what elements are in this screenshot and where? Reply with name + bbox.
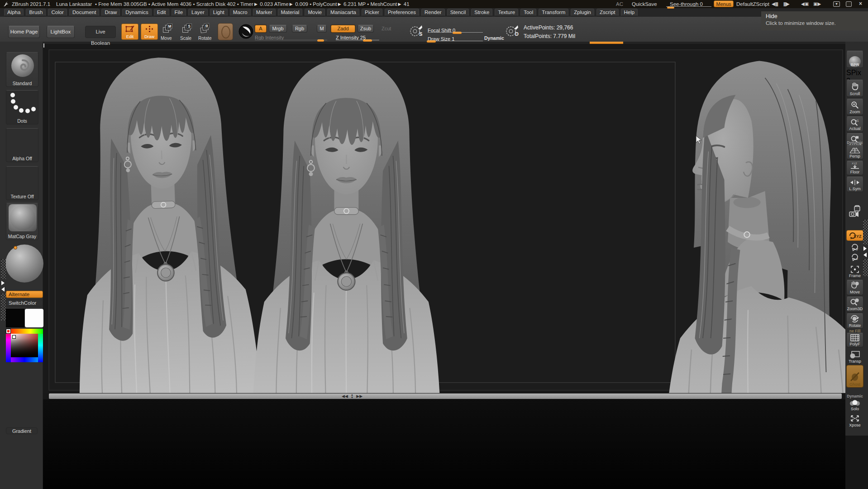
a-button[interactable]: A	[255, 25, 267, 33]
menu-render[interactable]: Render	[421, 9, 445, 16]
polyframe-button[interactable]: PolyF	[846, 333, 863, 347]
zsub-button[interactable]: Zsub	[358, 25, 374, 33]
menu-color[interactable]: Color	[48, 9, 67, 16]
close-right-tray-icon[interactable]: ||||▶	[783, 1, 790, 7]
menu-brush[interactable]: Brush	[26, 9, 46, 16]
frame-button[interactable]: Frame	[846, 264, 863, 278]
menu-draw[interactable]: Draw	[101, 9, 120, 16]
restore-window-icon[interactable]	[846, 1, 852, 7]
minimize-window-icon[interactable]: ▼	[833, 1, 840, 7]
rgb-button[interactable]: Rgb	[292, 25, 307, 33]
canvas-top-scrollbar[interactable]	[43, 42, 845, 44]
color-picker[interactable]	[6, 329, 43, 362]
menu-tool[interactable]: Tool	[520, 9, 536, 16]
right-divider-close-arrow-icon[interactable]	[863, 253, 867, 257]
scroll-button[interactable]: Scroll	[846, 80, 863, 97]
scroll-right-icon[interactable]: ▶▶	[356, 394, 362, 398]
transp-button[interactable]: Transp	[846, 349, 863, 364]
see-through-handle[interactable]	[667, 7, 674, 9]
texture-slot-off[interactable]: Texture Off	[6, 166, 38, 200]
right-divider-open-arrow-icon[interactable]	[863, 246, 867, 251]
tray-divider[interactable]	[1, 259, 6, 279]
menu-zplugin[interactable]: Zplugin	[571, 9, 594, 16]
menu-texture[interactable]: Texture	[495, 9, 518, 16]
alpha-slot-off[interactable]: Alpha Off	[6, 128, 38, 162]
right-tray-divider[interactable]	[863, 220, 868, 244]
menu-picker[interactable]: Picker	[362, 9, 382, 16]
open-left-tray-icon[interactable]: ◀||||	[772, 1, 778, 7]
document-canvas[interactable]: ◀◀ ▲▼ ▶▶	[43, 42, 845, 489]
scale-button[interactable]: S	[182, 26, 191, 34]
menu-stencil[interactable]: Stencil	[447, 9, 469, 16]
see-through-slider[interactable]: See-through 0	[670, 0, 703, 8]
home-page-button[interactable]: Home Page	[8, 26, 40, 38]
zoom-button[interactable]: Zoom	[846, 99, 863, 115]
switch-color-button[interactable]: SwitchColor	[6, 299, 43, 307]
menu-movie[interactable]: Movie	[305, 9, 325, 16]
dynamic-draw-size-toggle[interactable]: Dynamic	[484, 35, 504, 41]
menus-button[interactable]: Menus	[714, 0, 734, 7]
current-material-preview[interactable]	[238, 24, 253, 39]
zrecord-lock-button[interactable]	[846, 205, 863, 220]
alternate-button[interactable]: Alternate	[6, 291, 43, 298]
stroke-gyro-icon[interactable]: S	[409, 24, 423, 38]
quicksave-button[interactable]: QuickSave	[632, 0, 657, 8]
menu-document[interactable]: Document	[69, 9, 99, 16]
canvas-bottom-scroll-thumb[interactable]	[49, 393, 842, 399]
secondary-color-swatch[interactable]	[25, 309, 43, 327]
xpose-button[interactable]: Xpose	[846, 412, 863, 428]
menu-dynamics[interactable]: Dynamics	[122, 9, 151, 16]
gz-button[interactable]: z	[846, 253, 863, 263]
persp-button[interactable]: Persp	[846, 145, 863, 159]
menu-marker[interactable]: Marker	[253, 9, 276, 16]
zadd-button[interactable]: Zadd	[331, 25, 355, 33]
gxyz-button[interactable]: XYZ	[846, 230, 863, 241]
menu-light[interactable]: Light	[210, 9, 228, 16]
bpr-button[interactable]: BPR	[846, 51, 863, 68]
lightbox-button[interactable]: LightBox	[47, 26, 75, 38]
menu-macro[interactable]: Macro	[230, 9, 251, 16]
menu-transform[interactable]: Transform	[539, 9, 568, 16]
canvas-nav-arrows[interactable]: ◀◀ ▲▼ ▶▶	[342, 393, 362, 399]
canvas-top-scroll-thumb[interactable]	[590, 42, 623, 44]
tray-divider-lower[interactable]	[1, 293, 6, 321]
lsym-button[interactable]: L.Sym	[846, 177, 863, 192]
draw-button[interactable]: Draw	[141, 24, 158, 40]
stroke-slot-dots[interactable]: Dots	[6, 90, 38, 125]
focal-gyro-icon[interactable]: D	[505, 24, 519, 38]
z-intensity-slider[interactable]: Z Intensity 25	[336, 33, 379, 40]
close-window-icon[interactable]: ×	[859, 1, 862, 7]
main-color-swatch[interactable]	[6, 309, 24, 327]
rotate-button[interactable]: R	[200, 25, 210, 35]
edit-button[interactable]: Edit	[121, 24, 138, 40]
menu-zscript[interactable]: Zscript	[596, 9, 619, 16]
actual-button[interactable]: x1 Actual	[846, 116, 863, 132]
material-slot-matcap-gray[interactable]: MatCap Gray	[6, 203, 38, 240]
move3d-button[interactable]: Move	[846, 280, 863, 295]
menu-help[interactable]: Help	[621, 9, 638, 16]
focal-shift-slider[interactable]: Focal Shift 0	[428, 26, 483, 33]
menu-alpha[interactable]: Alpha	[4, 9, 24, 16]
next-doc-icon[interactable]: ▣▶	[813, 1, 821, 7]
menu-stroke[interactable]: Stroke	[471, 9, 492, 16]
solo-button[interactable]: Solo	[846, 399, 863, 412]
zoom3d-button[interactable]: Zoom3D	[846, 297, 863, 312]
mrgb-button[interactable]: Mrgb	[269, 25, 287, 33]
menu-layer[interactable]: Layer	[188, 9, 208, 16]
color-sphere-picker[interactable]	[5, 244, 43, 283]
scroll-left-icon[interactable]: ◀◀	[342, 394, 348, 398]
m-button[interactable]: M	[317, 25, 327, 33]
ghost-button[interactable]: Ghost	[846, 365, 863, 388]
rotate3d-button[interactable]: Rotate	[846, 313, 863, 329]
draw-size-slider[interactable]: Draw Size 1	[428, 34, 483, 41]
divider-open-arrow-icon[interactable]	[1, 281, 5, 285]
prev-doc-icon[interactable]: ◀▣	[801, 1, 809, 7]
gy-button[interactable]: y	[846, 243, 863, 253]
menu-file[interactable]: File	[172, 9, 186, 16]
canvas-bottom-scrollbar[interactable]: ◀◀ ▲▼ ▶▶	[43, 393, 845, 399]
divider-close-arrow-icon[interactable]	[1, 287, 5, 292]
zcut-button[interactable]: Zcut	[382, 25, 391, 32]
floor-button[interactable]: XYZ Floor	[846, 161, 863, 175]
sculpt-viewport[interactable]	[43, 42, 845, 393]
default-zscript-button[interactable]: DefaultZScript	[736, 0, 769, 8]
